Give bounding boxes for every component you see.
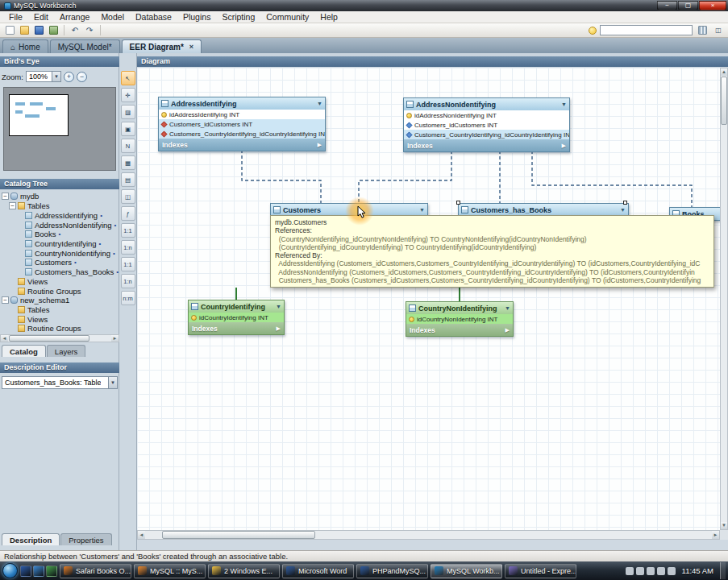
image-tool[interactable]: ▦ xyxy=(121,155,135,170)
zoom-out-button[interactable]: − xyxy=(77,72,87,82)
tray-1-icon[interactable] xyxy=(626,567,634,575)
relationship-line[interactable] xyxy=(359,151,451,203)
menu-plugins[interactable]: Plugins xyxy=(177,11,216,23)
chevron-down-icon[interactable]: ▼ xyxy=(276,304,281,309)
rel-1-n-identifying-tool[interactable]: 1:n xyxy=(121,274,135,288)
rel-1-1-identifying-tool[interactable]: 1:1 xyxy=(121,257,135,271)
relationship-line[interactable] xyxy=(532,151,692,207)
taskbar-button-2-windows-e[interactable]: 2 Windows E... xyxy=(208,564,280,578)
quick-launch-icon-1[interactable] xyxy=(20,566,31,577)
tree-item-tables[interactable]: −Tables xyxy=(0,201,119,211)
table-column-row[interactable]: idCountryNonIdentifying INT xyxy=(406,314,513,324)
canvas-horizontal-scrollbar[interactable]: ◄ ► xyxy=(137,530,720,540)
panel-toggle-icon[interactable]: ◫ xyxy=(712,24,725,36)
tab-layers[interactable]: Layers xyxy=(47,345,86,357)
chevron-down-icon[interactable]: ▼ xyxy=(561,102,567,107)
taskbar-button-mysql-mys[interactable]: MySQL :: MyS... xyxy=(134,564,206,578)
connection-handle[interactable] xyxy=(456,201,460,205)
table-column-row[interactable]: Customers_CountryIdentifying_idCountryId… xyxy=(159,129,325,139)
rel-1-1-non-identifying-tool[interactable]: 1:1 xyxy=(121,223,135,238)
table-header[interactable]: AddressNonIdentifying▼ xyxy=(404,98,569,110)
connection-handle[interactable] xyxy=(623,201,627,205)
maximize-button[interactable]: ▢ xyxy=(678,1,698,10)
show-desktop-button[interactable] xyxy=(720,562,726,579)
tree-item-books[interactable]: Books• xyxy=(0,230,119,239)
tray-2-icon[interactable] xyxy=(636,567,644,575)
tab-description[interactable]: Description xyxy=(2,533,60,545)
chevron-down-icon[interactable]: ▼ xyxy=(317,101,322,106)
menu-scripting[interactable]: Scripting xyxy=(216,11,260,23)
table-header[interactable]: CountryNonIdentifying▼ xyxy=(406,302,513,314)
tray-5-icon[interactable] xyxy=(668,567,676,575)
zoom-in-button[interactable]: + xyxy=(64,72,74,82)
chevron-down-icon[interactable]: ▼ xyxy=(620,207,626,213)
taskbar-button-untitled-expre[interactable]: Untitled - Expre... xyxy=(505,564,576,578)
taskbar-button-mysql-workb[interactable]: MySQL Workb... xyxy=(431,564,502,578)
canvas-vertical-scrollbar[interactable]: ▲ ▼ xyxy=(720,68,728,530)
expand-arrow-icon[interactable]: ▶ xyxy=(318,142,322,148)
view-tool[interactable]: ◫ xyxy=(121,189,135,204)
tab-home[interactable]: ⌂Home xyxy=(2,39,48,53)
note-tool[interactable]: N xyxy=(121,139,135,153)
indexes-section[interactable]: Indexes▶ xyxy=(189,322,284,334)
minimize-button[interactable]: − xyxy=(657,1,677,10)
tree-expander-icon[interactable]: − xyxy=(2,193,9,200)
close-button[interactable]: × xyxy=(699,1,726,10)
tray-3-icon[interactable] xyxy=(647,567,655,575)
indexes-section[interactable]: Indexes▶ xyxy=(159,139,325,151)
tree-item-routine-groups[interactable]: Routine Groups xyxy=(0,324,119,334)
quick-launch-icon-2[interactable] xyxy=(33,566,44,577)
export-icon[interactable] xyxy=(47,24,60,36)
indexes-section[interactable]: Indexes▶ xyxy=(406,324,513,336)
close-icon[interactable]: × xyxy=(189,43,193,51)
new-file-icon[interactable] xyxy=(3,24,16,36)
expand-arrow-icon[interactable]: ▶ xyxy=(505,327,510,334)
expand-arrow-icon[interactable]: ▶ xyxy=(562,143,566,149)
rel-1-n-non-identifying-tool[interactable]: 1:n xyxy=(121,240,135,255)
description-object-select[interactable]: Customers_has_Books: Table ▼ xyxy=(2,376,118,389)
open-folder-icon[interactable] xyxy=(18,24,31,36)
taskbar-button-microsoft-word[interactable]: Microsoft Word xyxy=(282,564,354,578)
tree-item-routine-groups[interactable]: Routine Groups xyxy=(0,286,119,296)
indexes-section[interactable]: Indexes▶ xyxy=(404,139,569,151)
tree-item-new-schema1[interactable]: −new_schema1 xyxy=(0,296,119,305)
rel-n-m-identifying-tool[interactable]: n:m xyxy=(121,291,135,305)
undo-icon[interactable]: ↶ xyxy=(69,24,81,36)
table-tool[interactable]: ▤ xyxy=(121,172,135,187)
table-column-row[interactable]: Customers_idCustomers INT xyxy=(159,119,325,129)
menu-model[interactable]: Model xyxy=(95,11,130,23)
menu-arrange[interactable]: Arrange xyxy=(54,11,95,23)
table-addressidentifying[interactable]: AddressIdentifying▼idAddressIdentifying … xyxy=(158,97,326,151)
birds-eye-minimap[interactable] xyxy=(3,87,116,171)
routine-group-tool[interactable]: ƒ xyxy=(121,206,135,221)
zoom-select[interactable]: 100% ▼ xyxy=(26,71,61,82)
tree-item-mydb[interactable]: −mydb xyxy=(0,192,119,201)
diagram-canvas[interactable]: AddressIdentifying▼idAddressIdentifying … xyxy=(137,68,720,530)
table-header[interactable]: CountryIdentifying▼ xyxy=(189,300,284,313)
table-column-row[interactable]: Customers_CountryIdentifying_idCountryId… xyxy=(404,130,569,139)
tree-item-tables[interactable]: Tables xyxy=(0,305,119,315)
tray-4-icon[interactable] xyxy=(657,567,665,575)
relationship-line[interactable] xyxy=(242,150,321,203)
table-header[interactable]: AddressIdentifying▼ xyxy=(159,97,325,110)
menu-help[interactable]: Help xyxy=(314,11,343,23)
menu-database[interactable]: Database xyxy=(130,11,177,23)
table-column-row[interactable]: idCountryIdentifying INT xyxy=(189,313,284,322)
quick-launch-icon-3[interactable] xyxy=(46,566,57,577)
chevron-down-icon[interactable]: ▼ xyxy=(419,207,425,213)
hint-lamp-icon[interactable] xyxy=(589,27,597,35)
save-icon[interactable] xyxy=(32,24,45,36)
eraser-tool[interactable]: ▨ xyxy=(121,105,135,119)
tree-item-customers[interactable]: Customers• xyxy=(0,258,119,267)
start-button[interactable] xyxy=(2,563,18,578)
tab-eer-diagram[interactable]: EER Diagram*× xyxy=(122,39,202,53)
minimap-viewport[interactable] xyxy=(9,94,69,136)
menu-file[interactable]: File xyxy=(3,11,28,23)
table-header[interactable]: Customers_has_Books▼ xyxy=(459,204,628,216)
tree-item-addressnonidentifying[interactable]: AddressNonIdentifying• xyxy=(0,220,119,230)
tab-properties[interactable]: Properties xyxy=(60,533,111,545)
table-countryidentifying[interactable]: CountryIdentifying▼idCountryIdentifying … xyxy=(188,300,285,335)
chevron-down-icon[interactable]: ▼ xyxy=(505,305,510,311)
search-options-icon[interactable] xyxy=(696,24,709,36)
redo-icon[interactable]: ↷ xyxy=(83,24,96,36)
